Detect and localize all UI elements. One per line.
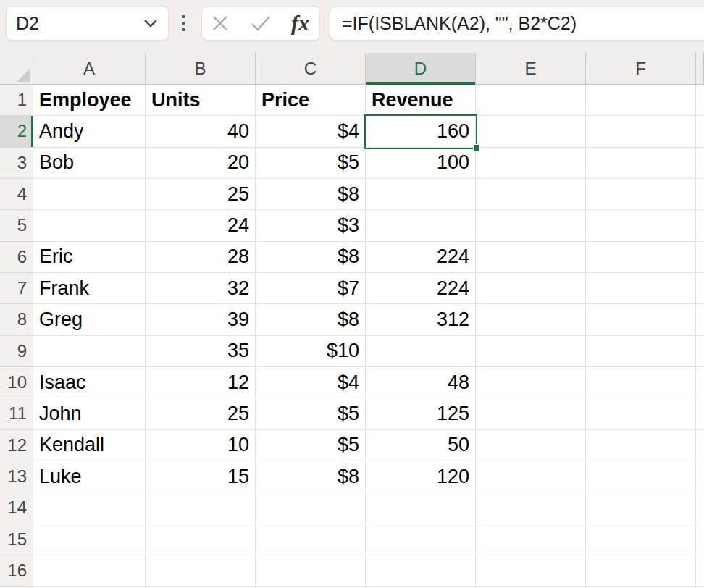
row-header-6[interactable]: 6 (0, 242, 33, 273)
cell-A7[interactable]: Frank (33, 273, 146, 304)
cell-B2[interactable]: 40 (146, 116, 256, 147)
row-header-1[interactable]: 1 (0, 85, 33, 116)
cell-C13[interactable]: $8 (256, 461, 366, 492)
cell-F8[interactable] (586, 304, 696, 335)
cell-partial-16[interactable] (696, 555, 704, 587)
cell-E2[interactable] (476, 116, 586, 147)
cell-E10[interactable] (476, 367, 586, 398)
cell-C11[interactable]: $5 (256, 398, 366, 429)
select-all-corner[interactable] (0, 53, 33, 85)
name-box[interactable]: D2 (6, 6, 169, 41)
cell-B6[interactable]: 28 (146, 242, 256, 273)
cell-B15[interactable] (146, 524, 256, 555)
cell-F6[interactable] (586, 242, 696, 273)
cell-C8[interactable]: $8 (256, 304, 366, 335)
row-header-16[interactable]: 16 (0, 555, 33, 587)
cell-C5[interactable]: $3 (256, 210, 366, 241)
cell-C10[interactable]: $4 (256, 367, 366, 398)
formula-bar[interactable]: =IF(ISBLANK(A2), "", B2*C2) (330, 6, 704, 41)
cell-A13[interactable]: Luke (33, 461, 146, 492)
cell-A11[interactable]: John (33, 398, 146, 429)
cell-C16[interactable] (256, 555, 366, 587)
cell-E12[interactable] (476, 430, 586, 461)
cell-E14[interactable] (476, 492, 586, 524)
cell-B7[interactable]: 32 (146, 273, 256, 304)
cell-C7[interactable]: $7 (256, 273, 366, 304)
cell-F13[interactable] (586, 461, 696, 492)
cell-F1[interactable] (586, 85, 696, 116)
cell-C1[interactable]: Price (256, 85, 366, 116)
cell-partial-13[interactable] (696, 461, 704, 492)
cell-C2[interactable]: $4 (256, 116, 366, 147)
column-header-B[interactable]: B (146, 53, 256, 85)
row-header-14[interactable]: 14 (0, 492, 33, 524)
cell-E3[interactable] (476, 148, 586, 179)
cell-F16[interactable] (586, 555, 696, 587)
cell-partial-15[interactable] (696, 524, 704, 555)
cell-B3[interactable]: 20 (146, 148, 256, 179)
cell-C9[interactable]: $10 (256, 336, 366, 367)
cell-A8[interactable]: Greg (33, 304, 146, 335)
cell-D11[interactable]: 125 (366, 398, 476, 429)
cell-D3[interactable]: 100 (366, 148, 476, 179)
cell-D12[interactable]: 50 (366, 430, 476, 461)
cell-A16[interactable] (33, 555, 146, 587)
cell-D10[interactable]: 48 (366, 367, 476, 398)
row-header-5[interactable]: 5 (0, 210, 33, 241)
cell-B1[interactable]: Units (146, 85, 256, 116)
cell-partial-14[interactable] (696, 492, 704, 524)
name-box-splitter-handle[interactable] (178, 6, 188, 41)
enter-check-icon[interactable] (250, 14, 272, 33)
cell-B10[interactable]: 12 (146, 367, 256, 398)
cell-A4[interactable] (33, 179, 146, 210)
cell-E15[interactable] (476, 524, 586, 555)
column-header-E[interactable]: E (476, 53, 586, 85)
cell-partial-8[interactable] (696, 304, 704, 335)
cell-D1[interactable]: Revenue (366, 85, 476, 116)
cell-E4[interactable] (476, 179, 586, 210)
cell-F11[interactable] (586, 398, 696, 429)
cell-F9[interactable] (586, 336, 696, 367)
cell-B5[interactable]: 24 (146, 210, 256, 241)
cell-B14[interactable] (146, 492, 256, 524)
cell-A6[interactable]: Eric (33, 242, 146, 273)
cell-partial-12[interactable] (696, 430, 704, 461)
row-header-2[interactable]: 2 (0, 116, 33, 147)
cell-E8[interactable] (476, 304, 586, 335)
cell-A5[interactable] (33, 210, 146, 241)
cell-A2[interactable]: Andy (33, 116, 146, 147)
cell-D4[interactable] (366, 179, 476, 210)
cell-F15[interactable] (586, 524, 696, 555)
cell-A15[interactable] (33, 524, 146, 555)
cell-A3[interactable]: Bob (33, 148, 146, 179)
cell-C15[interactable] (256, 524, 366, 555)
cell-D5[interactable] (366, 210, 476, 241)
cell-D9[interactable] (366, 336, 476, 367)
cell-E7[interactable] (476, 273, 586, 304)
cell-F14[interactable] (586, 492, 696, 524)
cell-B4[interactable]: 25 (146, 179, 256, 210)
cell-B11[interactable]: 25 (146, 398, 256, 429)
row-header-13[interactable]: 13 (0, 461, 33, 492)
cell-F12[interactable] (586, 430, 696, 461)
cell-C3[interactable]: $5 (256, 148, 366, 179)
cell-F7[interactable] (586, 273, 696, 304)
cell-B8[interactable]: 39 (146, 304, 256, 335)
cell-A12[interactable]: Kendall (33, 430, 146, 461)
cancel-icon[interactable] (211, 14, 230, 33)
insert-function-icon[interactable]: fx (291, 12, 311, 34)
cell-C6[interactable]: $8 (256, 242, 366, 273)
chevron-down-icon[interactable] (143, 18, 159, 28)
cell-D14[interactable] (366, 492, 476, 524)
row-header-11[interactable]: 11 (0, 398, 33, 429)
column-header-D[interactable]: D (366, 53, 476, 85)
cell-partial-4[interactable] (696, 179, 704, 210)
cell-A9[interactable] (33, 336, 146, 367)
cell-B9[interactable]: 35 (146, 336, 256, 367)
cell-E6[interactable] (476, 242, 586, 273)
cell-C14[interactable] (256, 492, 366, 524)
row-header-4[interactable]: 4 (0, 179, 33, 210)
cell-B16[interactable] (146, 555, 256, 587)
cell-E11[interactable] (476, 398, 586, 429)
cell-D16[interactable] (366, 555, 476, 587)
